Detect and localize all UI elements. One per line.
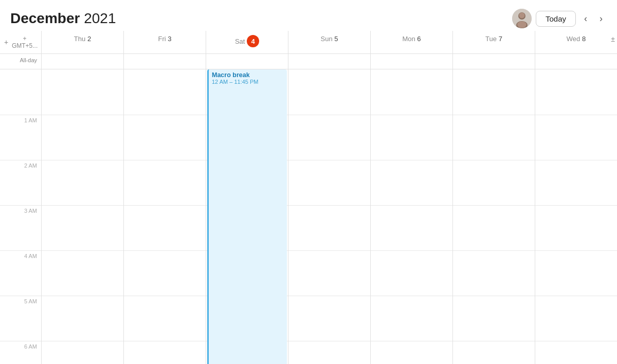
svg-point-4: [517, 22, 527, 28]
time-6am: 6 AM: [0, 341, 41, 364]
expand-icon[interactable]: ±: [611, 35, 615, 43]
event-title: Macro break: [212, 71, 284, 79]
col-sat[interactable]: Macro break 12 AM – 11:45 PM: [206, 69, 288, 364]
time-4am: 4 AM: [0, 250, 41, 296]
allday-wed[interactable]: [535, 54, 617, 69]
allday-row: All-day: [0, 54, 617, 69]
timezone-cell[interactable]: + + GMT+5...: [0, 31, 41, 53]
day-header-tue[interactable]: Tue 7: [452, 31, 535, 53]
header-controls: Today ‹ ›: [512, 9, 607, 28]
col-mon[interactable]: [370, 69, 452, 364]
event-time: 12 AM – 11:45 PM: [212, 79, 284, 85]
timezone-label: + GMT+5...: [10, 35, 39, 49]
time-2am: 2 AM: [0, 160, 41, 205]
col-fri[interactable]: [123, 69, 206, 364]
col-wed[interactable]: [535, 69, 617, 364]
time-column: 1 AM 2 AM 3 AM 4 AM 5 AM 6 AM 7 AM: [0, 69, 41, 364]
time-5am: 5 AM: [0, 296, 41, 341]
avatar[interactable]: [512, 9, 532, 28]
allday-sat[interactable]: [206, 54, 288, 69]
allday-mon[interactable]: [370, 54, 452, 69]
col-sun[interactable]: [288, 69, 370, 364]
svg-point-3: [519, 13, 524, 19]
prev-button[interactable]: ‹: [580, 11, 591, 26]
grid-body: 1 AM 2 AM 3 AM 4 AM 5 AM 6 AM 7 AM: [0, 69, 617, 364]
day-header-thu[interactable]: Thu 2: [41, 31, 123, 53]
avatar-icon: [512, 9, 532, 28]
plus-icon[interactable]: +: [4, 38, 8, 46]
time-3am: 3 AM: [0, 205, 41, 250]
allday-label: All-day: [0, 54, 41, 69]
allday-tue[interactable]: [452, 54, 535, 69]
time-midnight: [0, 69, 41, 115]
today-button[interactable]: Today: [536, 11, 576, 27]
col-thu[interactable]: [41, 69, 123, 364]
header-left: December 2021: [10, 10, 116, 27]
day-header-wed[interactable]: Wed 8 ±: [535, 31, 617, 53]
day-header-mon[interactable]: Mon 6: [370, 31, 452, 53]
calendar-container: + + GMT+5... Thu 2 Fri 3 Sat 4 Sun 5 Mon…: [0, 31, 617, 364]
day-header-row: + + GMT+5... Thu 2 Fri 3 Sat 4 Sun 5 Mon…: [0, 31, 617, 54]
days-grid: Macro break 12 AM – 11:45 PM: [41, 69, 617, 364]
day-header-fri[interactable]: Fri 3: [123, 31, 206, 53]
day-header-sun[interactable]: Sun 5: [288, 31, 370, 53]
day-header-sat[interactable]: Sat 4: [206, 31, 288, 53]
allday-fri[interactable]: [123, 54, 206, 69]
macro-break-event[interactable]: Macro break 12 AM – 11:45 PM: [207, 69, 287, 364]
header: December 2021 Today ‹ ›: [0, 0, 617, 31]
next-button[interactable]: ›: [595, 11, 607, 26]
col-tue[interactable]: [452, 69, 535, 364]
month-year-title: December 2021: [10, 10, 116, 27]
allday-sun[interactable]: [288, 54, 370, 69]
time-1am: 1 AM: [0, 115, 41, 160]
allday-thu[interactable]: [41, 54, 123, 69]
